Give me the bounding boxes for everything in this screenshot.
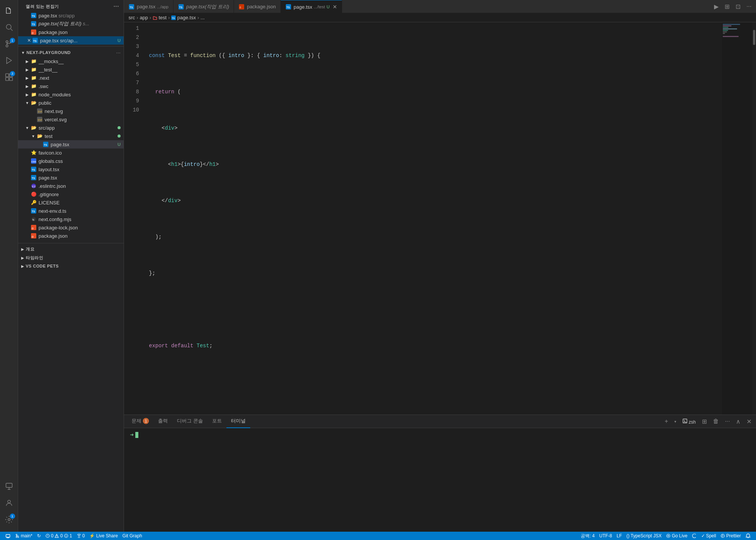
ts-icon: TS <box>30 207 37 214</box>
statusbar-golive[interactable]: Go Live <box>664 532 689 540</box>
tree-next-env[interactable]: TS next-env.d.ts <box>18 207 124 215</box>
tree-vercel-svg[interactable]: SVG vercel.svg <box>18 115 124 124</box>
tree-public[interactable]: ▼ 📂 public <box>18 99 124 107</box>
activity-explorer[interactable] <box>2 3 17 18</box>
activity-account[interactable] <box>2 495 17 511</box>
tree-next[interactable]: ▶ 📁 .next <box>18 74 124 82</box>
folder-icon-test: 📁 <box>30 66 37 73</box>
svg-point-55 <box>16 534 17 535</box>
panel-tab-terminal[interactable]: 터미널 <box>226 415 250 428</box>
tree-layout-tsx[interactable]: TS layout.tsx <box>18 165 124 173</box>
statusbar-eol[interactable]: LF <box>614 532 624 540</box>
statusbar-gitgraph[interactable]: Git Graph <box>120 532 144 540</box>
statusbar-encoding[interactable]: UTF-8 <box>597 532 614 540</box>
split-btn[interactable]: ⊞ <box>723 2 731 11</box>
tab-package-json[interactable]: {} package.json <box>234 0 281 13</box>
outline-section[interactable]: ▶ 개요 <box>18 245 124 254</box>
tree-license[interactable]: 🔑 LICENSE <box>18 198 124 207</box>
code-editor[interactable]: 1 2 3 4 5 6 7 8 9 10 const Test = functi… <box>124 22 756 415</box>
json-icon-lock: {} <box>30 224 37 231</box>
tree-srcapp[interactable]: ▼ 📂 src/app <box>18 124 124 132</box>
panel-split-btn[interactable]: ⊞ <box>700 417 708 426</box>
panel-more-btn[interactable]: ··· <box>723 417 731 426</box>
activity-extensions[interactable]: 3 <box>2 70 17 85</box>
tab2-label: page.tsx(작업 트리) <box>186 3 229 10</box>
svg-point-0 <box>6 25 11 29</box>
activity-settings[interactable]: 1 <box>2 512 17 527</box>
tree-next-config[interactable]: N next.config.mjs <box>18 215 124 223</box>
layout-btn[interactable]: ⊡ <box>734 2 742 11</box>
open-editor-package-json[interactable]: {} package.json <box>18 28 124 36</box>
tree-test[interactable]: ▶ 📁 __test__ <box>18 65 124 74</box>
tree-swc[interactable]: ▶ 📁 .swc <box>18 82 124 90</box>
tab4-close[interactable]: ✕ <box>333 4 337 9</box>
panel-add-btn[interactable]: + <box>663 417 669 426</box>
vscode-pets-section[interactable]: ▶ VS CODE PETS <box>18 262 124 270</box>
tree-package-json[interactable]: {} package.json <box>18 232 124 240</box>
tree-test-dir[interactable]: ▼ 📂 test <box>18 132 124 140</box>
statusbar-remote[interactable] <box>3 532 13 540</box>
panel-tab-ports[interactable]: 포트 <box>208 415 226 428</box>
statusbar-tests[interactable]: 0 <box>74 532 87 540</box>
explorer-section-head[interactable]: ▼ NEXT-PLAYGROUND ··· <box>18 48 124 57</box>
more-btn[interactable]: ··· <box>745 2 753 11</box>
statusbar-sync2[interactable] <box>690 532 699 540</box>
timeline-section[interactable]: ▶ 타임라인 <box>18 254 124 262</box>
account-icon <box>5 499 13 507</box>
tree-page-tsx-active[interactable]: TS page.tsx U <box>18 140 124 149</box>
vscrollbar[interactable] <box>752 22 756 415</box>
svg-text:SVG: SVG <box>38 110 42 113</box>
statusbar-spaces[interactable]: 공백: 4 <box>578 532 597 540</box>
tree-globals-css[interactable]: CSS globals.css <box>18 157 124 165</box>
panel-content[interactable]: ➜ <box>124 428 756 532</box>
open-editors-more[interactable]: ··· <box>113 3 119 10</box>
tsx-icon-tree: TS <box>42 141 49 148</box>
statusbar-branch[interactable]: main* <box>13 532 35 540</box>
activity-search[interactable] <box>2 20 17 35</box>
open-editor-page-tsx-worktree[interactable]: TS page.tsx(작업 트리) s... <box>18 20 124 28</box>
breadcrumb-test[interactable]: test <box>153 15 167 20</box>
activity-run[interactable] <box>2 53 17 68</box>
panel-trash-btn[interactable]: 🗑 <box>711 417 720 426</box>
tree-gitignore[interactable]: 🔴 .gitignore <box>18 190 124 198</box>
tree-package-lock[interactable]: {} package-lock.json <box>18 223 124 232</box>
breadcrumb-app[interactable]: app <box>140 15 148 20</box>
statusbar-check[interactable]: ✓ Spell <box>699 532 719 540</box>
statusbar-liveshare[interactable]: ⚡ Live Share <box>87 532 120 540</box>
panel-dropdown-btn[interactable]: ▾ <box>673 419 678 424</box>
open-editor-page-tsx-app[interactable]: TS page.tsx src/app <box>18 11 124 20</box>
error-count: 0 <box>51 533 54 538</box>
code-content[interactable]: const Test = function ({ intro }: { intr… <box>143 22 722 415</box>
tab-page-tsx-app[interactable]: TS page.tsx .../app <box>124 0 174 13</box>
tab-page-tsx-test[interactable]: TS page.tsx .../test U ✕ <box>281 0 342 13</box>
breadcrumb-src[interactable]: src <box>129 15 135 20</box>
statusbar-language[interactable]: () TypeScript JSX <box>624 532 664 540</box>
panel-close-btn[interactable]: ✕ <box>745 417 753 426</box>
explorer-more[interactable]: ··· <box>116 50 121 56</box>
activity-git[interactable]: 1 <box>2 36 17 51</box>
breadcrumb-file[interactable]: TS page.tsx <box>171 15 196 20</box>
tab-page-tsx-worktree[interactable]: TS page.tsx(작업 트리) <box>174 0 234 13</box>
panel-collapse-btn[interactable]: ∧ <box>734 417 742 426</box>
panel-tab-debug[interactable]: 디버그 콘솔 <box>172 415 208 428</box>
activity-remote[interactable] <box>2 479 17 494</box>
panel-tab-problems[interactable]: 문제 1 <box>127 415 153 428</box>
breadcrumb-more[interactable]: ... <box>201 15 205 20</box>
tree-eslint[interactable]: ES .eslintrc.json <box>18 182 124 190</box>
svg-point-56 <box>16 537 17 538</box>
tree-favicon[interactable]: ⭐ favicon.ico <box>18 149 124 157</box>
run-btn[interactable]: ▶ <box>713 2 720 11</box>
tree-mocks[interactable]: ▶ 📁 __mocks__ <box>18 57 124 65</box>
tree-next-svg[interactable]: SVG next.svg <box>18 107 124 115</box>
statusbar-sync[interactable]: ↻ <box>35 532 43 540</box>
tree-node-modules[interactable]: ▶ 📁 node_modules <box>18 90 124 99</box>
open-editor-page-tsx-active[interactable]: ✕ TS page.tsx src/ap... U <box>18 36 124 45</box>
terminal-icon-panel <box>682 418 688 424</box>
panel-tab-output[interactable]: 출력 <box>153 415 172 428</box>
close-icon-active[interactable]: ✕ <box>27 38 31 43</box>
vscrollbar-thumb[interactable] <box>753 30 755 45</box>
tree-page-tsx-root[interactable]: TS page.tsx <box>18 173 124 182</box>
statusbar-prettier[interactable]: Prettier <box>718 532 743 540</box>
statusbar-notifications[interactable] <box>743 532 753 540</box>
statusbar-errors[interactable]: 0 0 1 <box>43 532 74 540</box>
